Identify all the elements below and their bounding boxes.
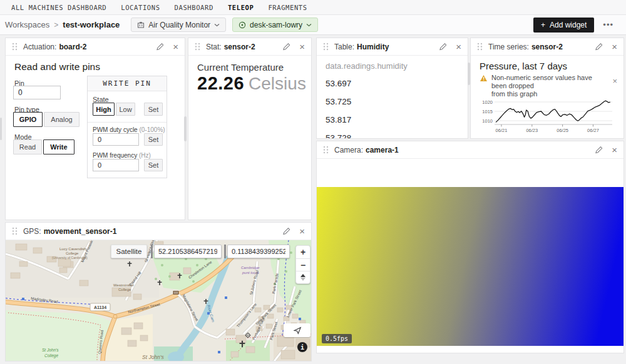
map-label: Cambridge xyxy=(241,266,260,270)
drag-handle-icon[interactable] xyxy=(323,146,329,154)
nav-item-all-machines-dashboard[interactable]: ALL MACHINES DASHBOARD xyxy=(11,4,106,11)
satellite-toggle-button[interactable]: Satellite xyxy=(111,245,147,258)
drag-handle-icon[interactable] xyxy=(477,43,483,51)
overflow-menu-icon[interactable]: ••• xyxy=(603,20,613,29)
humidity-rows: 53.69753.72553.81753.728 xyxy=(326,74,461,139)
write-pin-header: WRITE PIN xyxy=(88,76,167,91)
y-tick-label: 1020 xyxy=(482,99,493,105)
widget-title: Table:Humidity xyxy=(334,43,389,51)
zoom-out-button[interactable]: − xyxy=(296,258,310,271)
y-tick-label: 1015 xyxy=(482,109,493,114)
locate-button[interactable] xyxy=(284,323,310,337)
close-widget-icon[interactable]: × xyxy=(456,42,461,51)
write-pin-panel: WRITE PIN State High Low Set PWM duty cy… xyxy=(87,76,167,178)
nav-item-dashboard[interactable]: DASHBOARD xyxy=(175,4,213,11)
stat-body: Current Temperature 22.26 Celsius xyxy=(188,56,311,220)
road-badge: A1134 xyxy=(90,303,110,311)
pwm-freq-set-button[interactable]: Set xyxy=(144,159,163,171)
widget-table: Table:Humidity × data.readings.humidity … xyxy=(316,38,468,139)
resize-handle[interactable] xyxy=(0,118,2,140)
edit-widget-icon[interactable] xyxy=(282,227,290,235)
longitude-input[interactable] xyxy=(227,245,290,258)
pwm-duty-input[interactable] xyxy=(93,133,139,146)
resize-handle[interactable] xyxy=(184,116,187,141)
workspace-icon xyxy=(137,21,145,29)
actuation-body: Read and write pins Pin Pin type GPIO An… xyxy=(6,56,185,220)
widget-gps-header: GPS:movement_sensor-1 × xyxy=(6,223,311,240)
state-high-button[interactable]: High xyxy=(93,103,115,116)
widget-title: Actuation:board-2 xyxy=(23,43,86,51)
widget-table-header: Table:Humidity × xyxy=(317,38,468,56)
drag-handle-icon[interactable] xyxy=(195,43,200,51)
edit-widget-icon[interactable] xyxy=(282,43,290,51)
breadcrumb-current: test-workplace xyxy=(63,20,120,29)
widget-stat: Stat:sensor-2 × Current Temperature 22.2… xyxy=(188,38,312,220)
map-info-button[interactable]: i xyxy=(297,342,307,352)
x-tick-label: 06/21 xyxy=(496,128,508,133)
table-row: 53.817 xyxy=(326,111,461,129)
nav-item-locations[interactable]: LOCATIONS xyxy=(121,4,160,11)
pin-type-gpio-button[interactable]: GPIO xyxy=(13,112,43,127)
map-label: St John's xyxy=(42,348,59,352)
state-set-button[interactable]: Set xyxy=(144,103,163,116)
nav-item-teleop[interactable]: TELEOP xyxy=(228,4,254,11)
map-label: (University of Cambridge) xyxy=(52,256,88,260)
widget-actuation: Actuation:board-2 × Read and write pins … xyxy=(5,38,185,220)
widget-actuation-header: Actuation:board-2 × xyxy=(6,38,185,56)
pin-type-analog-button[interactable]: Analog xyxy=(44,112,80,127)
dismiss-warning-icon[interactable]: × xyxy=(612,76,617,86)
pwm-freq-input[interactable] xyxy=(93,159,139,171)
drag-handle-icon[interactable] xyxy=(12,227,18,235)
widget-title: GPS:movement_sensor-1 xyxy=(23,227,116,236)
table-column-header: data.readings.humidity xyxy=(326,61,408,71)
plus-icon: + xyxy=(541,21,545,29)
mode-write-button[interactable]: Write xyxy=(43,139,74,154)
tilt-control[interactable] xyxy=(296,271,310,283)
edit-widget-icon[interactable] xyxy=(595,146,603,154)
widget-title: Camera:camera-1 xyxy=(334,146,399,154)
museum-icon xyxy=(173,291,179,295)
nav-item-fragments[interactable]: FRAGMENTS xyxy=(268,4,307,11)
pin-input[interactable] xyxy=(13,86,61,99)
coord-divider xyxy=(151,245,153,258)
tilt-down-icon xyxy=(300,278,305,281)
svg-text:A1134: A1134 xyxy=(94,305,106,310)
breadcrumb-root[interactable]: Workspaces xyxy=(5,20,49,29)
edit-widget-icon[interactable] xyxy=(595,43,603,51)
state-low-button[interactable]: Low xyxy=(116,103,135,116)
add-widget-button[interactable]: + Add widget xyxy=(533,18,594,33)
pressure-chart: 10101015102006/2106/2306/2506/27 xyxy=(478,94,617,136)
x-tick-label: 06/27 xyxy=(587,128,599,133)
chevron-down-icon xyxy=(306,23,312,27)
edit-widget-icon[interactable] xyxy=(439,43,447,51)
close-widget-icon[interactable]: × xyxy=(299,42,305,51)
pwm-duty-set-button[interactable]: Set xyxy=(144,133,163,146)
machine-label: desk-sam-lowry xyxy=(250,21,302,29)
workspace-select[interactable]: Air Quality Monitor xyxy=(131,18,226,32)
stat-metric-label: Current Temperature xyxy=(197,62,284,73)
zoom-in-button[interactable]: + xyxy=(296,246,310,258)
close-widget-icon[interactable]: × xyxy=(299,226,305,236)
x-tick-label: 06/25 xyxy=(557,128,568,133)
map-zoom-controls: + − xyxy=(295,245,310,284)
resize-handle[interactable] xyxy=(468,63,470,85)
close-widget-icon[interactable]: × xyxy=(173,42,178,51)
drag-handle-icon[interactable] xyxy=(12,43,18,51)
coord-divider xyxy=(224,245,226,258)
camera-stream xyxy=(317,187,623,346)
table-row: 53.697 xyxy=(326,74,461,93)
actuation-title: Read and write pins xyxy=(14,61,100,73)
stat-value: 22.26 xyxy=(197,73,244,94)
mode-read-button[interactable]: Read xyxy=(13,139,42,154)
close-widget-icon[interactable]: × xyxy=(612,42,617,51)
close-widget-icon[interactable]: × xyxy=(612,145,617,154)
latitude-input[interactable] xyxy=(154,245,222,258)
drag-handle-icon[interactable] xyxy=(323,43,329,51)
edit-widget-icon[interactable] xyxy=(156,43,164,51)
gps-map-container: A1134 Madingley RoadMount PleasantLucy C… xyxy=(6,240,311,361)
machine-select[interactable]: desk-sam-lowry xyxy=(232,18,318,32)
tilt-up-icon xyxy=(300,274,305,277)
teleop-dashboard: ALL MACHINES DASHBOARDLOCATIONSDASHBOARD… xyxy=(0,0,626,364)
map-label: College xyxy=(44,353,58,358)
breadcrumb-separator: > xyxy=(54,21,58,29)
